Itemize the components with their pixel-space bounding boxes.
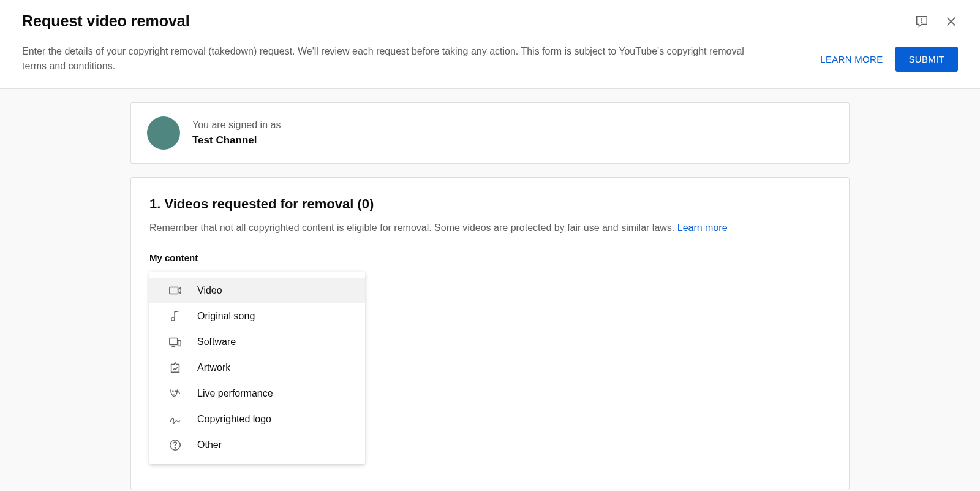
section-title: 1. Videos requested for removal (0)	[149, 196, 831, 212]
svg-rect-4	[170, 287, 178, 294]
svg-point-1	[921, 22, 922, 23]
video-icon	[168, 283, 183, 298]
content-type-option[interactable]: Artwork	[149, 355, 365, 381]
content-type-label: Copyrighted logo	[197, 414, 271, 425]
signature-icon	[168, 412, 183, 427]
content-type-label: Software	[197, 337, 236, 348]
svg-point-9	[175, 391, 176, 392]
videos-section: 1. Videos requested for removal (0) Reme…	[130, 177, 850, 489]
page-title: Request video removal	[22, 12, 190, 30]
content-type-label: Other	[197, 440, 222, 451]
section-description: Remember that not all copyrighted conten…	[149, 221, 831, 235]
page-header: Request video removal Enter the details …	[0, 0, 980, 89]
image-icon	[168, 360, 183, 375]
signin-label: You are signed in as	[192, 120, 281, 131]
theater-icon	[168, 386, 183, 401]
avatar	[147, 116, 180, 150]
content-type-label: Video	[197, 285, 222, 296]
signin-card: You are signed in as Test Channel	[130, 102, 850, 164]
submit-button[interactable]: SUBMIT	[895, 47, 958, 72]
content-type-option[interactable]: Video	[149, 278, 365, 303]
learn-more-button[interactable]: LEARN MORE	[820, 54, 883, 64]
content-type-option[interactable]: Original song	[149, 303, 365, 329]
content-type-dropdown: VideoOriginal songSoftwareArtworkLive pe…	[149, 272, 365, 464]
my-content-heading: My content	[149, 253, 831, 263]
content-type-label: Artwork	[197, 362, 230, 373]
content-type-option[interactable]: Software	[149, 329, 365, 355]
content-type-option[interactable]: Live performance	[149, 381, 365, 406]
feedback-icon[interactable]	[915, 15, 929, 31]
svg-point-11	[175, 447, 175, 448]
question-icon	[168, 438, 183, 452]
content-type-option[interactable]: Copyrighted logo	[149, 406, 365, 432]
devices-icon	[168, 335, 183, 349]
signin-channel: Test Channel	[192, 134, 281, 147]
content-type-label: Live performance	[197, 388, 273, 399]
svg-rect-6	[170, 338, 178, 345]
section-learn-more-link[interactable]: Learn more	[677, 223, 728, 233]
svg-point-5	[172, 318, 175, 321]
svg-rect-7	[178, 340, 181, 346]
page-description: Enter the details of your copyright remo…	[22, 44, 769, 74]
music-icon	[168, 309, 183, 324]
content-type-option[interactable]: Other	[149, 432, 365, 458]
content-type-label: Original song	[197, 311, 255, 322]
close-icon[interactable]	[944, 15, 958, 31]
svg-point-8	[173, 391, 173, 392]
